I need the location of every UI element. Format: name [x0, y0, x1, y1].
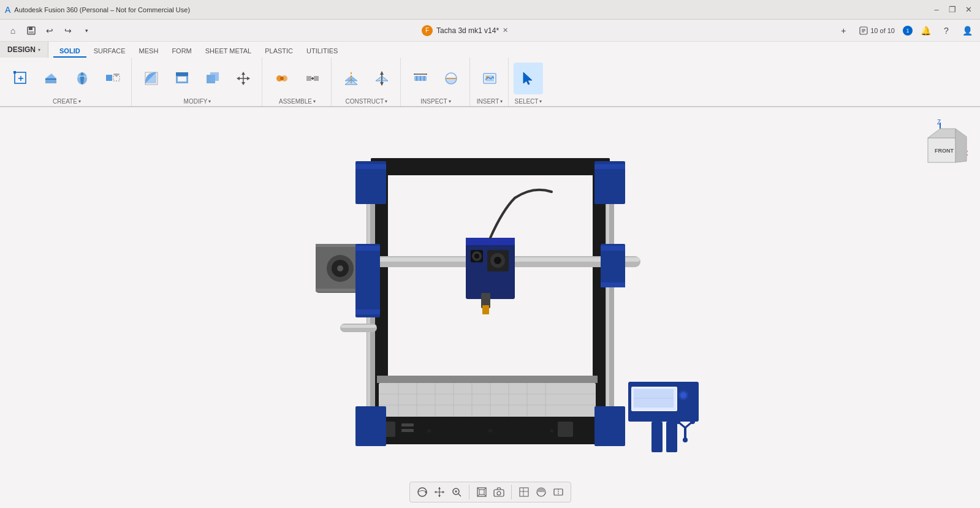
notification-bell-button[interactable]: 🔔	[917, 23, 933, 39]
svg-rect-157	[520, 488, 528, 496]
redo-button[interactable]: ↪	[60, 23, 76, 39]
modify-arrow-icon: ▾	[208, 99, 211, 104]
svg-marker-42	[380, 71, 384, 75]
axis-button[interactable]	[367, 63, 397, 94]
main-viewport-area: Z X FRONT	[0, 107, 980, 508]
construct-arrow-icon: ▾	[385, 99, 387, 104]
inspect-buttons	[406, 60, 466, 97]
as-built-joint-button[interactable]	[298, 63, 327, 94]
display-settings-button[interactable]	[534, 485, 549, 499]
create-more-button[interactable]	[98, 63, 127, 94]
tab-sheet-metal[interactable]: SHEET METAL	[199, 45, 257, 58]
construct-group: CONSTRUCT ▾	[333, 58, 401, 106]
3d-viewport[interactable]: Z X FRONT	[0, 107, 980, 508]
svg-point-113	[427, 429, 431, 433]
create-group-label: CREATE ▾	[53, 98, 81, 105]
quick-access-toolbar: ⌂ ↩ ↪ ▾ F Tacha 3d mk1 v14* ✕ + 10 of 10…	[0, 20, 980, 42]
3d-model-container	[276, 149, 705, 468]
undo-button[interactable]: ↩	[42, 23, 58, 39]
svg-point-156	[497, 491, 501, 495]
zoom-button[interactable]	[449, 485, 464, 499]
section-button[interactable]	[551, 485, 566, 499]
quick-access-options-button[interactable]: ▾	[78, 23, 94, 39]
camera-button[interactable]	[492, 485, 506, 499]
tab-mesh[interactable]: MESH	[133, 45, 165, 58]
help-button[interactable]: ?	[938, 23, 954, 39]
fusion-app-icon: F	[422, 25, 433, 36]
insert-arrow-icon: ▾	[500, 99, 503, 104]
tab-utilities[interactable]: UTILITIES	[300, 45, 344, 58]
design-mode-dropdown[interactable]: DESIGN ▾	[0, 42, 48, 58]
svg-point-15	[80, 72, 84, 85]
title-bar-left: A Autodesk Fusion 360 (Personal – Not fo…	[5, 5, 190, 15]
svg-marker-26	[241, 82, 245, 85]
tab-plastic[interactable]: PLASTIC	[259, 45, 299, 58]
add-tab-button[interactable]: +	[835, 23, 851, 39]
move-button[interactable]	[229, 63, 258, 94]
svg-rect-1	[29, 27, 32, 30]
home-button[interactable]: ⌂	[5, 23, 21, 39]
modify-group-label: MODIFY ▾	[184, 98, 211, 105]
tab-solid[interactable]: SOLID	[53, 45, 86, 58]
svg-point-132	[690, 419, 695, 424]
pan-button[interactable]	[432, 485, 447, 499]
title-bar: A Autodesk Fusion 360 (Personal – Not fo…	[0, 0, 980, 20]
create-more-icon	[104, 70, 121, 87]
svg-marker-12	[45, 74, 56, 78]
svg-rect-126	[666, 422, 677, 452]
save-button[interactable]	[23, 23, 39, 39]
measure-button[interactable]	[406, 63, 435, 94]
revolve-icon	[74, 70, 91, 87]
new-sketch-button[interactable]	[6, 63, 36, 94]
insert-group-label: INSERT ▾	[477, 98, 503, 105]
svg-marker-145	[438, 487, 441, 489]
svg-rect-8	[13, 71, 16, 74]
toolbar-separator-1	[469, 485, 469, 499]
shell-button[interactable]	[167, 63, 197, 94]
tab-form[interactable]: FORM	[165, 45, 197, 58]
orbit-button[interactable]	[415, 485, 430, 499]
grid-button[interactable]	[517, 485, 531, 499]
maximize-button[interactable]: ❐	[946, 3, 959, 17]
offset-plane-button[interactable]	[336, 63, 366, 94]
profile-button[interactable]: 👤	[959, 23, 975, 39]
svg-point-130	[675, 419, 680, 424]
shell-icon	[173, 70, 191, 87]
bottom-toolbar	[409, 482, 571, 502]
tab-count-label: 10 of 10	[870, 27, 895, 34]
revolve-button[interactable]	[67, 63, 97, 94]
svg-marker-57	[523, 72, 532, 85]
select-tool-button[interactable]	[514, 63, 543, 94]
svg-marker-148	[443, 491, 444, 493]
app-tab-center: F Tacha 3d mk1 v14* ✕	[97, 25, 833, 36]
minimize-button[interactable]: –	[930, 3, 943, 17]
close-button[interactable]: ✕	[962, 3, 975, 17]
joint-button[interactable]	[267, 63, 297, 94]
tab-close-button[interactable]: ✕	[503, 26, 508, 34]
tab-surface[interactable]: SURFACE	[88, 45, 132, 58]
axis-icon	[373, 70, 390, 87]
svg-rect-13	[45, 78, 56, 80]
right-controls: + 10 of 10 1 🔔 ? 👤	[835, 23, 975, 39]
svg-marker-28	[247, 77, 250, 80]
svg-rect-154	[479, 490, 484, 495]
svg-rect-79	[355, 309, 380, 314]
svg-marker-147	[435, 491, 436, 493]
ribbon-content: CREATE ▾	[0, 58, 980, 107]
fillet-button[interactable]	[137, 63, 166, 94]
extrude-icon	[43, 70, 60, 87]
combine-button[interactable]	[198, 63, 227, 94]
insert-canvas-button[interactable]	[475, 63, 504, 94]
inspect-arrow-icon: ▾	[449, 99, 451, 104]
section-analysis-button[interactable]	[436, 63, 466, 94]
extrude-button[interactable]	[37, 63, 66, 94]
view-cube[interactable]: Z X FRONT	[913, 119, 968, 175]
inspect-group-label: INSPECT ▾	[420, 98, 450, 105]
construct-group-label: CONSTRUCT ▾	[346, 98, 388, 105]
fit-all-button[interactable]	[474, 485, 489, 499]
svg-rect-22	[176, 72, 188, 76]
insert-buttons	[475, 60, 504, 97]
design-label: DESIGN	[7, 45, 36, 54]
assemble-buttons	[267, 60, 327, 97]
window-title: Autodesk Fusion 360 (Personal – Not for …	[14, 6, 190, 13]
